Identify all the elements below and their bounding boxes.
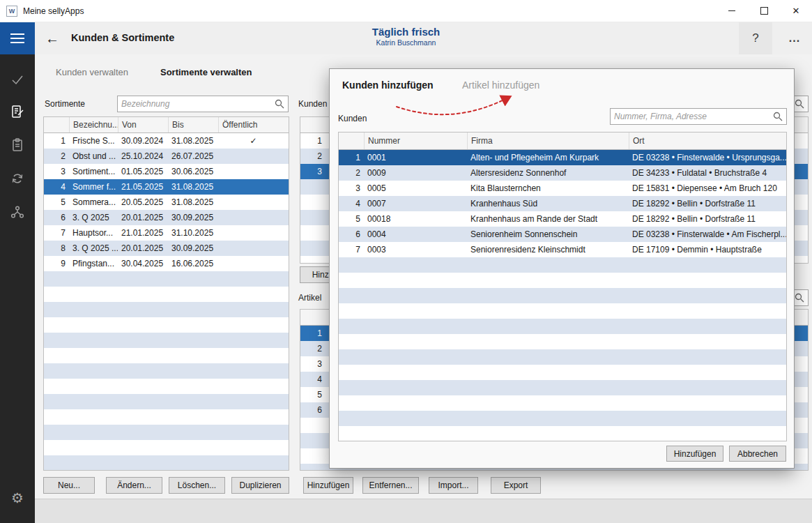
table-row[interactable]: 6 0004 Seniorenheim Sonnenschein DE 0323… [339,227,786,242]
table-row[interactable]: 8 3. Q 2025 ... 20.01.2025 30.09.2025 [44,241,289,256]
table-row[interactable]: 5 00018 Kranhenhaus am Rande der Stadt D… [339,211,786,227]
table-row[interactable]: 7 Hauptsor... 21.01.2025 31.10.2025 [44,225,289,241]
back-arrow-icon: ← [45,31,59,47]
cell-row-number: 8 [44,241,69,256]
table-row[interactable]: 1 0001 Alten- und Pflegeheim Am Kurpark … [339,150,786,165]
cell-bezeichnung: Obst und ... [69,149,118,164]
sortimente-search-input[interactable] [118,99,275,109]
table-row[interactable]: 1 Frische S... 30.09.2024 31.08.2025 ✓ [44,133,289,149]
table-row[interactable]: 4 Sommer f... 21.05.2025 31.08.2025 [44,179,289,195]
maximize-button[interactable] [748,0,780,22]
table-row[interactable]: 5 Sommera... 20.05.2025 31.08.2025 [44,195,289,210]
aendern-button[interactable]: Ändern... [106,477,162,494]
cell-row-number: 1 [339,150,364,165]
dialog-abbrechen-button[interactable]: Abbrechen [729,446,786,462]
duplizieren-button[interactable]: Duplizieren [231,477,289,494]
column-header[interactable] [339,132,364,149]
empty-rows [44,271,289,470]
app-window: W Meine sellyApps ✕ ← Kunden & Sortiment… [0,0,812,523]
column-header[interactable] [44,117,69,132]
minimize-button[interactable] [716,0,748,22]
cell-bis: 30.09.2025 [168,210,218,225]
sync-icon [10,171,25,186]
table-row[interactable]: 2 Obst und ... 25.10.2024 26.07.2025 [44,149,289,164]
network-icon [10,204,25,220]
table-row[interactable]: 7 0003 Seniorenresidenz Kleinschmidt DE … [339,242,786,257]
help-icon: ? [752,31,758,45]
dialog-hinzufuegen-button[interactable]: Hinzufügen [666,446,723,462]
ellipsis-icon: ... [789,32,800,45]
column-header[interactable]: Bis [168,117,218,132]
sortimente-search-box [117,96,289,112]
dialog-kunden-label: Kunden [338,114,367,123]
sidebar-item-network[interactable] [0,197,35,227]
hamburger-menu-button[interactable] [0,22,35,54]
table-row[interactable]: 9 Pfingstan... 30.04.2025 16.06.2025 [44,256,289,271]
dialog-search-input[interactable] [611,112,773,121]
cell-bezeichnung: Pfingstan... [69,256,118,271]
more-options-button[interactable]: ... [779,22,810,54]
cell-row-number: 2 [300,341,325,356]
column-header[interactable]: Öffentlich [218,117,289,132]
tab-kunden-verwalten[interactable]: Kunden verwalten [56,67,128,77]
check-icon [10,72,25,87]
cell-row-number: 5 [44,195,69,210]
table-row[interactable]: 2 0009 Altersresidenz Sonnenhof DE 34233… [339,165,786,181]
loeschen-button[interactable]: Löschen... [169,477,225,494]
column-header[interactable]: Bezeichnu... [69,117,118,132]
cell-ort: DE 17109 • Demmin • Hauptstraße [629,242,786,257]
help-button[interactable]: ? [739,22,772,54]
search-icon[interactable] [795,293,804,303]
sortimente-table-header: Bezeichnu...VonBisÖffentlich [44,117,289,133]
cell-row-number: 1 [44,133,69,149]
table-row[interactable]: 4 0007 Kranhenhaus Süd DE 18292 • Bellin… [339,196,786,211]
sidebar-item-settings[interactable]: ⚙ [0,483,35,513]
dialog-tab-artikel-hinzufuegen[interactable]: Artikel hinzufügen [462,79,539,91]
cell-row-number: 6 [339,227,364,242]
cell-row-number: 6 [44,210,69,225]
column-header[interactable]: Firma [467,132,629,149]
search-icon[interactable] [773,112,783,121]
hinzufuegen-button[interactable]: Hinzufügen [303,477,353,494]
table-row[interactable]: 3 Sortiment... 01.05.2025 30.06.2025 [44,164,289,179]
cell-von: 30.09.2024 [118,133,168,149]
import-button[interactable]: Import... [429,477,478,494]
sidebar-item-sync[interactable] [0,163,35,194]
cell-row-number: 5 [300,387,325,402]
dialog-tab-kunden-hinzufuegen[interactable]: Kunden hinzufügen [342,79,434,91]
cell-nummer: 0009 [364,165,467,181]
column-header[interactable]: Nummer [364,132,467,149]
cell-row-number: 1 [300,326,325,341]
export-button[interactable]: Export [491,477,541,494]
entfernen-button[interactable]: Entfernen... [362,477,419,494]
sortimente-label: Sortimente [45,99,85,109]
cell-row-number: 1 [300,133,325,149]
cell-von: 21.01.2025 [118,225,168,241]
table-row[interactable]: 3 0005 Kita Blausternchen DE 15831 • Die… [339,181,786,196]
table-row[interactable]: 6 3. Q 2025 20.01.2025 30.09.2025 [44,210,289,225]
cell-firma: Altersresidenz Sonnenhof [467,165,629,181]
cell-ort: DE 18292 • Bellin • Dorfstraße 11 [629,211,786,227]
search-icon[interactable] [795,99,804,109]
cell-row-number: 9 [44,256,69,271]
cell-bis: 31.08.2025 [168,179,218,195]
search-icon[interactable] [275,99,284,109]
sidebar-item-assortments[interactable] [0,96,35,127]
sidebar-item-clipboard[interactable] [0,130,35,160]
clipboard-icon [10,137,25,153]
cell-row-number: 7 [44,225,69,241]
tab-sortimente-verwalten[interactable]: Sortimente verwalten [160,67,252,77]
column-header[interactable]: Ort [629,132,786,149]
window-title: Meine sellyApps [23,6,84,16]
column-header[interactable]: Von [118,117,168,132]
app-icon[interactable]: W [6,6,17,17]
cell-row-number: 4 [44,179,69,195]
close-button[interactable]: ✕ [780,0,812,22]
cell-nummer: 0004 [364,227,467,242]
sidebar-item-tasks[interactable] [0,64,35,95]
kunden-hinzufuegen-dialog: Kunden hinzufügen Artikel hinzufügen Kun… [329,68,795,469]
cell-bezeichnung: 3. Q 2025 ... [69,241,118,256]
back-button[interactable]: ← [40,28,64,49]
status-bar [35,499,812,523]
neu-button[interactable]: Neu... [43,477,95,494]
